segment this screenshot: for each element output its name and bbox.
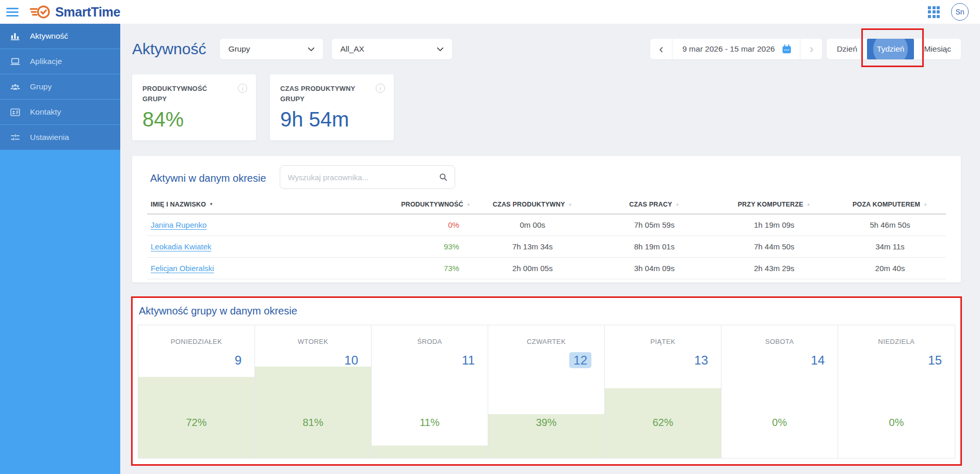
view-day-button[interactable]: Dzień [827,39,867,59]
brand-logo: SmartTime [29,4,120,20]
sidebar-item-label: Ustawienia [30,133,69,142]
day-date-highlighted: 12 [569,352,591,368]
kpi-label: PRODUKTYWNOŚĆ GRUPY [142,84,225,104]
activity-percent: 62% [605,417,721,429]
avatar[interactable]: Sn [951,3,969,21]
productivity-value: 93% [363,236,471,258]
away-value: 34m 11s [834,236,946,258]
sort-asc-icon: ▲ [923,202,927,207]
top-bar: SmartTime Sn [0,0,980,24]
employee-link[interactable]: Janina Rupenko [151,220,206,229]
search-input[interactable] [280,165,455,189]
table-row: Leokadia Kwiatek 93% 7h 13m 34s 8h 19m 0… [147,236,946,258]
kpi-value: 84% [142,108,246,131]
sidebar-item-aktywnosc[interactable]: Aktywność [0,24,120,49]
sidebar-item-label: Kontakty [30,107,61,117]
day-cell-saturday[interactable]: SOBOTA 14 0% [721,325,838,458]
column-header-at-computer[interactable]: PRZY KOMPUTERZE▲ [714,194,834,214]
employee-link[interactable]: Leokadia Kwiatek [151,242,212,251]
chevron-down-icon [437,47,444,52]
at-computer-value: 1h 19m 09s [714,214,834,236]
day-cell-monday[interactable]: PONIEDZIAŁEK 9 72% [138,325,255,458]
active-employees-panel: Aktywni w danym okresie IMIĘ I NAZWISKO▼… [132,156,961,282]
calendar-icon[interactable] [781,43,793,55]
activity-fill [255,367,371,458]
table-row: Felicjan Obieralski 73% 2h 00m 05s 3h 04… [147,258,946,279]
work-time-value: 3h 04m 09s [595,258,714,279]
day-cell-wednesday[interactable]: ŚRODA 11 11% [372,325,488,458]
sidebar-item-aplikacje[interactable]: Aplikacje [0,49,120,74]
table-title: Aktywni w danym okresie [150,172,266,184]
sort-asc-icon: ▲ [807,202,811,207]
sidebar-item-label: Grupy [30,82,52,91]
day-date: 9 [235,353,242,367]
brand-name: SmartTime [55,5,120,20]
productive-time-value: 2h 00m 05s [471,258,595,279]
column-header-work-time[interactable]: CZAS PRACY▲ [595,194,714,214]
activity-fill [372,446,488,458]
work-time-value: 8h 19m 01s [595,236,714,258]
sidebar-item-label: Aktywność [30,31,68,41]
employee-link[interactable]: Felicjan Obieralski [151,264,214,273]
sort-desc-icon: ▼ [209,202,213,207]
sidebar-item-label: Aplikacje [30,57,62,66]
day-date: 11 [462,353,475,367]
day-cell-sunday[interactable]: NIEDZIELA 15 0% [838,325,955,458]
sort-asc-icon: ▲ [467,202,471,207]
date-range-label[interactable]: 9 mar 2026 - 15 mar 2026 [672,44,781,54]
productive-time-value: 0m 00s [471,214,595,236]
at-computer-value: 2h 43m 29s [714,258,834,279]
search-icon[interactable] [438,172,448,182]
filter-type-value: Grupy [228,44,250,54]
day-date: 10 [344,353,358,367]
kpi-row: PRODUKTYWNOŚĆ GRUPY i 84% CZAS PRODUKTYW… [132,74,961,140]
day-cell-thursday[interactable]: CZWARTEK 12 39% [488,325,605,458]
day-cell-tuesday[interactable]: WTOREK 10 81% [255,325,372,458]
day-date: 13 [694,353,708,367]
apps-grid-icon[interactable] [928,6,940,18]
group-select[interactable]: All_AX [332,39,452,59]
column-header-away[interactable]: POZA KOMPUTEREM▲ [834,194,946,214]
topbar-right: Sn [928,3,969,21]
activity-percent: 39% [488,417,604,429]
people-group-icon [9,81,21,93]
sidebar: Aktywność Aplikacje Grupy Kontakty Ustaw… [0,24,120,474]
panel-head: Aktywni w danym okresie [147,165,946,189]
group-activity-panel: Aktywność grupy w danym okresie PONIEDZI… [132,297,961,465]
date-range-picker: ‹ 9 mar 2026 - 15 mar 2026 › [650,39,822,59]
column-header-productivity[interactable]: PRODUKTYWNOŚĆ▲ [363,194,471,214]
laptop-icon [9,56,21,68]
chart-title: Aktywność grupy w danym okresie [139,305,955,317]
sliders-icon [9,132,21,144]
sidebar-item-grupy[interactable]: Grupy [0,74,120,100]
day-cell-friday[interactable]: PIĄTEK 13 62% [605,325,721,458]
column-header-productive-time[interactable]: CZAS PRODUKTYWNY▲ [471,194,595,214]
productivity-value: 0% [363,214,471,236]
main-content: Aktywność Grupy All_AX ‹ 9 mar 2026 - 15… [120,24,980,474]
contact-card-icon [9,106,21,118]
group-select-value: All_AX [340,44,364,54]
kpi-card-productivity: PRODUKTYWNOŚĆ GRUPY i 84% [132,74,256,140]
kpi-value: 9h 54m [280,108,383,131]
filter-type-select[interactable]: Grupy [220,39,323,59]
sidebar-item-kontakty[interactable]: Kontakty [0,100,120,125]
info-icon[interactable]: i [238,84,247,93]
smarttime-app: SmartTime Sn Aktywność Aplikacje Grupy K… [0,0,980,474]
view-week-button[interactable]: Tydzień [867,39,914,59]
sidebar-item-ustawienia[interactable]: Ustawienia [0,125,120,150]
column-header-name[interactable]: IMIĘ I NAZWISKO▼ [147,194,363,214]
table-row: Janina Rupenko 0% 0m 00s 7h 05m 59s 1h 1… [147,214,946,236]
day-date: 15 [928,353,942,367]
activity-percent: 11% [372,417,488,429]
activity-percent: 81% [255,417,371,429]
work-time-value: 7h 05m 59s [595,214,714,236]
info-icon[interactable]: i [376,84,385,93]
hamburger-menu-icon[interactable] [6,8,19,17]
view-month-button[interactable]: Miesiąc [914,39,961,59]
kpi-card-productive-time: CZAS PRODUKTYWNY GRUPY i 9h 54m [270,74,394,140]
next-period-button[interactable]: › [800,39,822,59]
prev-period-button[interactable]: ‹ [650,39,672,59]
smarttime-logo-icon [29,4,52,20]
activity-percent: 0% [838,417,955,429]
view-toggle: Dzień Tydzień Miesiąc [827,39,961,59]
